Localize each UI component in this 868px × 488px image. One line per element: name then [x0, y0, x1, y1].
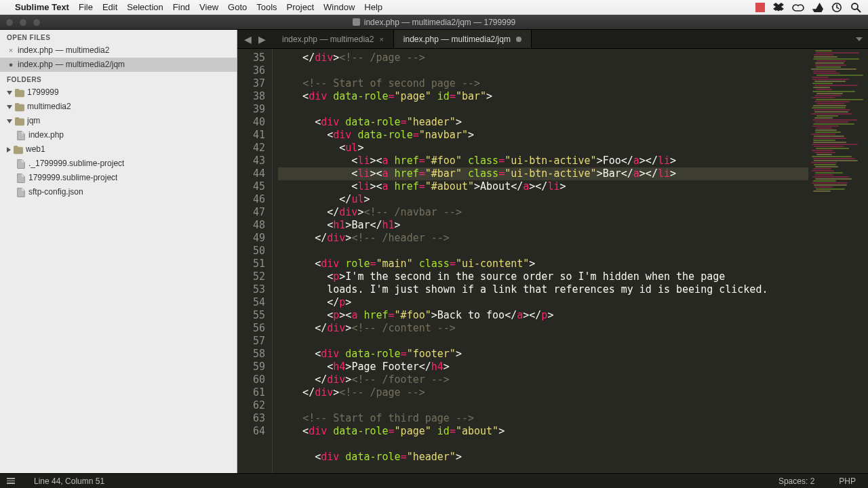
chevron-down-icon — [856, 37, 863, 41]
code-line[interactable]: <p>I'm the second in the source order so… — [278, 270, 808, 283]
folder-icon — [14, 145, 23, 155]
tree-item-label: multimedia2 — [27, 101, 71, 113]
folder-icon — [15, 88, 24, 98]
console-toggle-icon[interactable] — [7, 478, 15, 484]
menu-find[interactable]: Find — [173, 2, 190, 12]
folder-tree-file[interactable]: sftp-config.json — [0, 185, 237, 199]
tab-history-forward-icon[interactable]: ▶ — [256, 34, 269, 45]
menu-project[interactable]: Project — [287, 2, 314, 12]
code-line[interactable]: </div><!-- /page --> — [278, 52, 808, 64]
code-line[interactable]: <li><a href="#foo" class="ui-btn-active"… — [278, 155, 808, 167]
menu-tools[interactable]: Tools — [256, 2, 277, 12]
open-file-item[interactable]: ×index.php — multimedia2 — [0, 43, 237, 58]
disclosure-triangle-icon[interactable] — [7, 147, 11, 152]
window-close-button[interactable] — [5, 18, 14, 26]
dropbox-icon[interactable] — [773, 3, 784, 12]
code-line[interactable]: <div role="main" class="ui-content"> — [278, 258, 808, 270]
minimap[interactable] — [808, 49, 868, 473]
folder-tree-folder[interactable]: multimedia2 — [0, 100, 237, 114]
tree-item-label: ._1799999.sublime-project — [28, 158, 124, 169]
sidebar: OPEN FILES ×index.php — multimedia2●inde… — [0, 30, 237, 473]
creative-cloud-icon[interactable] — [792, 3, 804, 12]
code-line[interactable]: </p> — [278, 296, 808, 309]
status-indentation[interactable]: Spaces: 2 — [773, 476, 820, 486]
menu-edit[interactable]: Edit — [102, 2, 117, 12]
code-line[interactable]: <!-- Start of second page --> — [278, 77, 808, 90]
tab-history-back-icon[interactable]: ◀ — [241, 34, 254, 45]
tree-item-label: 1799999.sublime-project — [28, 172, 117, 184]
code-line[interactable]: <h4>Page Footer</h4> — [278, 361, 808, 373]
menu-view[interactable]: View — [199, 2, 218, 12]
window-minimize-button[interactable] — [19, 18, 27, 26]
code-line[interactable]: </div><!-- /footer --> — [278, 373, 808, 386]
code-line[interactable] — [278, 64, 808, 77]
tab-overflow-button[interactable] — [850, 30, 868, 48]
menu-goto[interactable]: Goto — [228, 2, 247, 12]
code-line[interactable] — [278, 245, 808, 258]
code-line[interactable]: </ul> — [278, 193, 808, 206]
status-syntax[interactable]: PHP — [833, 476, 861, 486]
google-drive-icon[interactable] — [812, 3, 823, 12]
code-line[interactable]: <div data-role="page" id="about"> — [278, 425, 808, 438]
code-line[interactable]: loads. I'm just shown if a link that ref… — [278, 283, 808, 296]
code-line[interactable]: <h1>Bar</h1> — [278, 219, 808, 232]
code-line[interactable] — [278, 335, 808, 348]
code-line[interactable]: <div data-role="page" id="bar"> — [278, 90, 808, 103]
code-line[interactable] — [278, 103, 808, 116]
menu-help[interactable]: Help — [364, 2, 382, 12]
code-line[interactable] — [278, 438, 808, 451]
code-line[interactable]: <div data-role="header"> — [278, 116, 808, 129]
status-bar: Line 44, Column 51 Spaces: 2 PHP — [0, 473, 868, 488]
code-line[interactable]: </div><!-- /page --> — [278, 386, 808, 399]
tree-item-label: sftp-config.json — [28, 186, 83, 198]
file-icon — [353, 18, 360, 26]
folder-tree-file[interactable]: 1799999.sublime-project — [0, 171, 237, 185]
close-icon[interactable]: × — [7, 45, 15, 56]
disclosure-triangle-icon[interactable] — [7, 91, 12, 95]
app-name[interactable]: Sublime Text — [15, 2, 69, 12]
recording-indicator-icon[interactable] — [755, 3, 765, 12]
code-line[interactable]: <div data-role="header"> — [278, 451, 808, 464]
open-file-label: index.php — multimedia2 — [18, 45, 109, 56]
code-line[interactable]: <div data-role="navbar"> — [278, 129, 808, 142]
spotlight-icon[interactable] — [850, 2, 861, 13]
folder-tree-file[interactable]: ._1799999.sublime-project — [0, 157, 237, 171]
editor-area: ◀ ▶ index.php — multimedia2×index.php — … — [237, 30, 868, 473]
window-title: index.php — multimedia2/jqm — 1799999 — [0, 18, 868, 27]
status-cursor-position[interactable]: Line 44, Column 51 — [28, 476, 110, 486]
disclosure-triangle-icon[interactable] — [7, 105, 12, 109]
close-icon[interactable]: × — [379, 35, 383, 43]
file-icon — [16, 188, 26, 197]
folder-tree-file[interactable]: index.php — [0, 128, 237, 142]
folder-tree-folder[interactable]: jqm — [0, 114, 237, 128]
code-line[interactable]: <li><a href="#bar" class="ui-btn-active"… — [278, 167, 808, 180]
folder-icon — [15, 102, 24, 112]
folders-header: FOLDERS — [0, 72, 237, 85]
code-line[interactable]: <li><a href="#about">About</a></li> — [278, 180, 808, 193]
menu-window[interactable]: Window — [323, 2, 355, 12]
line-number-gutter[interactable]: 3536373839404142434445464748495051525354… — [237, 49, 273, 473]
code-line[interactable]: <div data-role="footer"> — [278, 348, 808, 361]
tree-item-label: web1 — [26, 144, 45, 155]
folder-tree-folder[interactable]: 1799999 — [0, 85, 237, 100]
file-icon — [16, 131, 26, 140]
code-line[interactable] — [278, 399, 808, 412]
time-machine-icon[interactable] — [831, 2, 842, 13]
code-line[interactable]: </div><!-- /content --> — [278, 322, 808, 335]
code-editor[interactable]: </div><!-- /page --> <!-- Start of secon… — [273, 49, 808, 473]
editor-tab[interactable]: index.php — multimedia2× — [273, 30, 394, 48]
code-line[interactable]: </div><!-- /navbar --> — [278, 206, 808, 219]
disclosure-triangle-icon[interactable] — [7, 119, 12, 123]
code-line[interactable]: </div><!-- /header --> — [278, 232, 808, 245]
window-zoom-button[interactable] — [33, 18, 41, 26]
folder-tree-folder[interactable]: web1 — [0, 142, 237, 157]
file-icon — [16, 174, 26, 183]
menu-selection[interactable]: Selection — [127, 2, 163, 12]
svg-line-2 — [857, 9, 861, 12]
code-line[interactable]: <!-- Start of third page --> — [278, 412, 808, 425]
code-line[interactable]: <p><a href="#foo">Back to foo</a></p> — [278, 309, 808, 322]
editor-tab[interactable]: index.php — multimedia2/jqm — [394, 30, 532, 48]
menu-file[interactable]: File — [79, 2, 93, 12]
code-line[interactable]: <ul> — [278, 142, 808, 155]
open-file-item[interactable]: ●index.php — multimedia2/jqm — [0, 58, 237, 72]
